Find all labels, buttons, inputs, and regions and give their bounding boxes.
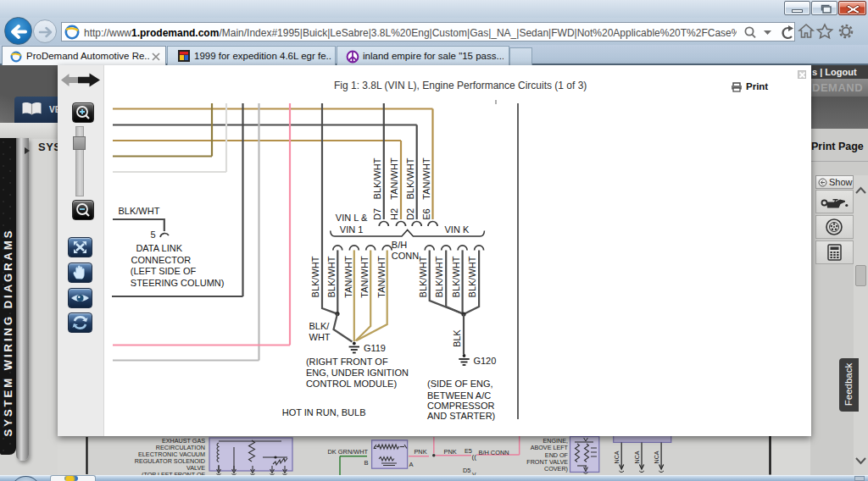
svg-text:STEERING COLUMN): STEERING COLUMN) [131, 278, 225, 288]
svg-text:BLK/WHT: BLK/WHT [119, 206, 160, 216]
svg-text:D5: D5 [463, 467, 470, 474]
svg-text:G119: G119 [364, 343, 386, 353]
svg-text:BLK: BLK [452, 329, 462, 347]
svg-text:5: 5 [151, 229, 156, 240]
svg-text:PNK: PNK [444, 448, 457, 456]
svg-text:NCA: NCA [654, 451, 659, 463]
svg-text:BLK/WHT: BLK/WHT [451, 256, 461, 297]
svg-text:HOT IN RUN, BULB: HOT IN RUN, BULB [282, 407, 366, 417]
svg-text:B/H CONN: B/H CONN [479, 449, 509, 456]
svg-text:B: B [364, 459, 369, 467]
svg-text:DATA LINK: DATA LINK [136, 243, 182, 253]
svg-text:COMPRESSOR: COMPRESSOR [427, 401, 495, 411]
svg-text:BLK/WHT: BLK/WHT [405, 158, 415, 199]
svg-text:BLK/WHT: BLK/WHT [372, 158, 382, 199]
svg-text:TAN/WHT: TAN/WHT [376, 256, 387, 298]
svg-text:CONNECTOR: CONNECTOR [131, 255, 192, 265]
svg-text:((: (( [472, 453, 477, 461]
svg-text:A: A [409, 461, 414, 468]
svg-text:D2: D2 [405, 208, 415, 220]
svg-text:BLK/WHT: BLK/WHT [326, 256, 337, 297]
svg-text:ENG, UNDER IGNITION: ENG, UNDER IGNITION [306, 368, 409, 378]
svg-text:AND STARTER): AND STARTER) [427, 411, 495, 421]
svg-text:VIN L &: VIN L & [336, 213, 368, 223]
svg-text:COVER): COVER) [544, 465, 568, 473]
svg-text:(RIGHT FRONT OF: (RIGHT FRONT OF [306, 357, 388, 367]
svg-text:(LEFT SIDE OF: (LEFT SIDE OF [131, 266, 197, 276]
svg-text:D7: D7 [372, 208, 382, 220]
svg-text:VIN K: VIN K [445, 224, 470, 235]
svg-text:TAN/WHT: TAN/WHT [389, 158, 399, 200]
svg-text:BLK/WHT: BLK/WHT [310, 256, 320, 297]
svg-text:H2: H2 [389, 208, 399, 220]
svg-text:BLK/WHT: BLK/WHT [418, 256, 428, 297]
svg-text:TAN/WHT: TAN/WHT [343, 256, 353, 298]
svg-text:G120: G120 [473, 356, 496, 366]
svg-text:E6: E6 [421, 208, 431, 219]
svg-text:BLK/: BLK/ [309, 321, 331, 331]
svg-text:VIN 1: VIN 1 [340, 224, 364, 235]
svg-text:TAN/WHT: TAN/WHT [421, 158, 431, 200]
svg-text:DK GRN/WHT: DK GRN/WHT [328, 448, 369, 456]
svg-text:BETWEEN A/C: BETWEEN A/C [427, 390, 491, 401]
svg-text:TAN/WHT: TAN/WHT [359, 256, 370, 298]
svg-text:WHT: WHT [309, 332, 331, 342]
svg-text:NCA: NCA [634, 451, 640, 463]
svg-text:BLK/WHT: BLK/WHT [434, 256, 444, 297]
svg-text:NCA: NCA [614, 451, 620, 463]
svg-text:(SIDE OF ENG,: (SIDE OF ENG, [427, 379, 493, 389]
svg-text:PNK: PNK [414, 448, 426, 456]
svg-text:B/H: B/H [392, 240, 407, 250]
svg-text:CONTROL MODULE): CONTROL MODULE) [306, 379, 397, 389]
svg-text:BLK/WHT: BLK/WHT [467, 256, 477, 297]
svg-text:CONN: CONN [392, 251, 419, 261]
